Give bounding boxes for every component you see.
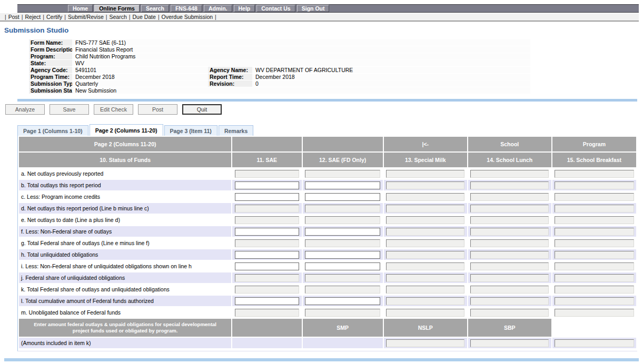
cell-h-col13 — [384, 249, 467, 260]
field-l-col15 — [555, 297, 634, 305]
cell-i-col13 — [384, 261, 467, 271]
field-a-col11 — [235, 170, 299, 178]
field-c-col12[interactable] — [305, 193, 380, 201]
menu-item-submit-revise[interactable]: Submit/Revise — [68, 14, 104, 20]
field-b-col15 — [555, 181, 634, 189]
cell-i-col14 — [468, 261, 551, 271]
save-button[interactable]: Save — [50, 104, 89, 115]
table-row-g: g. Total Federal share of outlays (Line … — [19, 238, 636, 248]
post-button[interactable]: Post — [138, 104, 177, 115]
analyze-button[interactable]: Analyze — [5, 104, 45, 115]
field-i-col13 — [386, 262, 464, 270]
group-header-col1 — [232, 137, 301, 151]
tab-page-2-columns-11-20[interactable]: Page 2 (Columns 11-20) — [90, 124, 163, 136]
form-grid-container: Page 2 (Columns 11-20)|<-SchoolProgram10… — [17, 136, 637, 351]
field-amounts-col14 — [470, 339, 549, 347]
detail-label: Report Time: — [208, 74, 252, 80]
field-k-col11 — [235, 286, 299, 294]
detail-value: 0 — [252, 80, 530, 87]
nav-button-contact-us[interactable]: Contact Us — [256, 5, 295, 12]
field-b-col12[interactable] — [305, 181, 380, 189]
field-i-col12[interactable] — [305, 262, 380, 270]
menu-item-reject[interactable]: Reject — [25, 14, 41, 20]
cell-e-col11 — [232, 215, 301, 225]
cell-g-col12 — [303, 238, 383, 248]
cell-h-col12 — [303, 249, 383, 260]
cell-h-col14 — [468, 249, 551, 260]
group-header-school: School — [468, 137, 551, 151]
cell-e-col15 — [552, 215, 636, 225]
cell-d-col13 — [384, 203, 467, 214]
detail-label: Agency Code: — [29, 67, 72, 74]
table-row-c: c. Less: Program income credits — [19, 191, 636, 202]
field-i-col14 — [470, 262, 549, 270]
field-l-col12[interactable] — [305, 297, 380, 305]
menu-item-overdue-submission[interactable]: Overdue Submission — [162, 14, 213, 20]
field-m-col15 — [555, 309, 634, 317]
nav-button-search[interactable]: Search — [141, 5, 169, 12]
field-j-col14 — [470, 274, 549, 282]
field-f-col11[interactable] — [235, 228, 299, 236]
cell-c-col14 — [468, 191, 551, 202]
nav-button-fns-648[interactable]: FNS-648 — [171, 5, 202, 12]
field-h-col12[interactable] — [305, 251, 380, 259]
field-e-col14 — [470, 216, 549, 224]
cell-b-col13 — [384, 180, 467, 190]
field-j-col13 — [386, 274, 464, 282]
cell-m-col15 — [552, 307, 636, 318]
nav-button-online-forms[interactable]: Online Forms — [94, 5, 140, 12]
cell-b-col12 — [303, 180, 383, 190]
field-c-col11[interactable] — [235, 193, 299, 201]
field-h-col11[interactable] — [235, 251, 299, 259]
menu-item-search[interactable]: Search — [110, 14, 127, 20]
table-row-j: j. Federal share of unliquidated obligat… — [19, 272, 636, 283]
field-i-col11[interactable] — [235, 262, 299, 270]
table-row-h: h. Total unliquidated obligations — [19, 249, 636, 260]
row-label-d: d. Net outlays this report period (Line … — [19, 203, 231, 214]
detail-row-form-description: Form Description:Financial Status Report — [29, 46, 530, 53]
form-details-panel: Form Name:FNS-777 SAE (6-11)Form Descrip… — [29, 39, 530, 94]
field-g-col12 — [305, 239, 380, 247]
field-l-col11[interactable] — [235, 297, 299, 305]
column-header-14-school-lunch: 14. School Lunch — [468, 153, 551, 167]
field-f-col12[interactable] — [305, 228, 380, 236]
cell-l-col15 — [552, 296, 636, 306]
field-a-col15 — [555, 170, 634, 178]
field-k-col15 — [555, 286, 634, 294]
detail-value: WV — [72, 60, 530, 67]
row-label-i: i. Less: Non-Federal share of unliquidat… — [19, 261, 231, 271]
cell-k-col11 — [232, 284, 301, 295]
field-h-col13 — [386, 251, 464, 259]
field-k-col14 — [470, 286, 549, 294]
quit-button[interactable]: Quit — [182, 104, 222, 115]
menu-item-due-date[interactable]: Due Date — [133, 14, 156, 20]
cell-f-col13 — [384, 226, 467, 237]
cell-j-col15 — [552, 272, 636, 283]
table-row-i: i. Less: Non-Federal share of unliquidat… — [19, 261, 636, 271]
row-label-l: l. Total cumulative amount of Federal fu… — [19, 296, 231, 306]
cell-c-col15 — [552, 191, 636, 202]
special-header-smp: SMP — [303, 319, 383, 337]
tab-page-3-item-11[interactable]: Page 3 (Item 11) — [164, 125, 217, 136]
table-row-d: d. Net outlays this report period (Line … — [19, 203, 636, 214]
field-g-col13 — [386, 239, 464, 247]
menu-item-certify[interactable]: Certify — [46, 14, 62, 20]
field-g-col14 — [470, 239, 549, 247]
field-b-col11[interactable] — [235, 181, 299, 189]
table-row-k: k. Total Federal share of outlays and un… — [19, 284, 636, 295]
field-d-col12 — [305, 205, 380, 213]
nav-button-help[interactable]: Help — [234, 5, 255, 12]
tab-page-1-columns-1-10[interactable]: Page 1 (Columns 1-10) — [17, 125, 88, 136]
edit-check-button[interactable]: Edit Check — [94, 104, 133, 115]
row-label-e: e. Net outlays to date (Line a plus line… — [19, 215, 231, 225]
nav-button-home[interactable]: Home — [68, 5, 93, 12]
nav-button-sign-out[interactable]: Sign Out — [297, 5, 330, 12]
tab-remarks[interactable]: Remarks — [219, 125, 253, 136]
nav-button-admin[interactable]: Admin. — [204, 5, 232, 12]
table-row-a: a. Net outlays previously reported — [19, 168, 636, 179]
detail-label: Submission Status: — [29, 87, 72, 94]
menu-item-post[interactable]: Post — [8, 14, 19, 20]
field-e-col13 — [386, 216, 464, 224]
cell-k-col12 — [303, 284, 383, 295]
cell-amounts-col11 — [232, 338, 301, 348]
